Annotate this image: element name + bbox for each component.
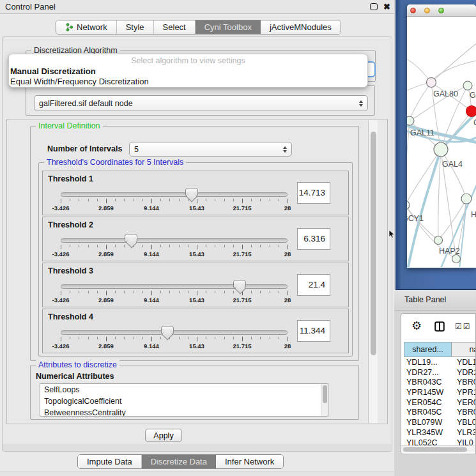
tick-mark [134, 337, 134, 339]
table-row[interactable]: YBL079WYBL0 [404, 418, 476, 428]
scrollbar-thumb[interactable] [403, 447, 467, 452]
network-edge[interactable] [408, 150, 441, 267]
minimize-traffic-light-icon[interactable] [424, 8, 430, 13]
settings-gear-icon[interactable]: ⚙ [411, 319, 422, 333]
threshold-value-field[interactable]: 11.344 [297, 320, 330, 342]
slider-thumb[interactable] [185, 188, 198, 196]
network-node-gal11[interactable] [407, 116, 414, 125]
column-checkbox-icons[interactable]: ☑☑ [455, 322, 472, 331]
tab-infer-network[interactable]: Infer Network [216, 455, 283, 468]
network-window-titlebar[interactable] [407, 4, 476, 17]
slider-thumb[interactable] [161, 326, 174, 334]
network-canvas[interactable]: GAL80GACGAL11GAL4GCY1HHAP2 [407, 17, 476, 267]
columns-icon[interactable] [434, 321, 445, 334]
group-label: Interval Definition [36, 121, 103, 130]
close-traffic-light-icon[interactable] [410, 8, 416, 13]
cell-name: YER0 [452, 398, 476, 408]
list-item-betweennesscentrality[interactable]: BetweennessCentrality [40, 407, 328, 417]
list-scrollbar[interactable] [321, 384, 328, 416]
network-edge[interactable] [441, 150, 466, 199]
tick-mark [151, 199, 152, 203]
tick-mark [97, 291, 98, 293]
algorithm-option-manual-discretization[interactable]: Manual Discretization [9, 66, 367, 77]
tab-network[interactable]: Network [56, 20, 117, 34]
tick-mark [142, 199, 143, 201]
network-edge[interactable] [431, 41, 476, 82]
table-data-combobox[interactable]: galFiltered.sif default node [34, 95, 368, 111]
network-node-c[interactable] [466, 106, 476, 117]
network-node-gal80[interactable] [427, 78, 436, 88]
scrollbar-thumb[interactable] [323, 385, 327, 403]
tick-mark [134, 199, 134, 201]
tick-mark [115, 291, 116, 293]
slider-track[interactable] [61, 192, 288, 197]
network-edge[interactable] [431, 60, 476, 82]
scale-label: 21.715 [233, 204, 251, 211]
table-row[interactable]: YER054CYER0 [404, 398, 476, 408]
numerical-attributes-list[interactable]: SelfLoopsTopologicalCoefficientBetweenne… [40, 383, 328, 417]
network-edge[interactable] [407, 121, 410, 205]
tick-mark [279, 291, 279, 293]
threshold-value-field[interactable]: 6.316 [297, 228, 330, 250]
network-node-gcy1[interactable] [407, 201, 410, 210]
tick-mark [288, 245, 288, 249]
tick-mark [142, 291, 143, 293]
threshold-value-field[interactable]: 14.713 [297, 182, 330, 204]
network-edge[interactable] [438, 150, 441, 240]
table-row[interactable]: YDR27...YDR2 [404, 368, 476, 378]
tab-style[interactable]: Style [117, 20, 154, 34]
tab-select[interactable]: Select [154, 20, 196, 34]
float-icon[interactable] [370, 3, 378, 10]
threshold-value-field[interactable]: 21.4 [297, 274, 330, 296]
scrollbar-thumb[interactable] [371, 132, 376, 355]
tick-mark [142, 337, 143, 339]
network-node-hap2[interactable] [434, 236, 443, 245]
tab-cyni-toolbox[interactable]: Cyni Toolbox [196, 20, 261, 34]
tick-mark [160, 337, 161, 339]
table-row[interactable]: YBR045CYBR0 [404, 408, 476, 418]
node-label: GCY1 [407, 214, 424, 223]
tick-mark [151, 245, 152, 249]
table-row[interactable]: YPR145WYPR1 [404, 388, 476, 398]
slider-thumb[interactable] [125, 234, 137, 242]
table-row[interactable]: YBR043CYBR0 [404, 378, 476, 388]
scale-label: -3.426 [52, 342, 70, 349]
table-hscrollbar[interactable] [401, 445, 476, 452]
threshold-panel-threshold-2: Threshold 2-3.4262.8599.14415.4321.71528… [42, 217, 349, 261]
column-header-na[interactable]: na [452, 342, 476, 357]
close-icon[interactable]: ✖ [383, 1, 390, 13]
tab-discretize-data[interactable]: Discretize Data [142, 455, 216, 468]
table-row[interactable]: YDL19...YDL1 [404, 358, 476, 368]
apply-button[interactable]: Apply [145, 429, 182, 442]
tick-mark [197, 199, 197, 203]
slider-track[interactable] [61, 330, 288, 335]
list-item-topologicalcoefficient[interactable]: TopologicalCoefficient [40, 395, 328, 407]
network-node-h[interactable] [461, 194, 472, 204]
slider-track[interactable] [61, 284, 288, 289]
tab-label: Impute Data [87, 457, 132, 466]
num-intervals-value: 5 [134, 145, 139, 154]
control-panel-titlebar[interactable]: Control Panel ✖ [0, 0, 394, 14]
network-edge[interactable] [407, 150, 441, 205]
tick-mark [97, 245, 98, 247]
scale-label: 28 [284, 250, 291, 257]
list-item-selfloops[interactable]: SelfLoops [40, 384, 328, 395]
network-edge[interactable] [407, 58, 431, 82]
tick-mark [197, 337, 197, 341]
algorithm-option-equal-width-frequency-discretization[interactable]: Equal Width/Frequency Discretization [9, 77, 367, 87]
num-intervals-combobox[interactable]: 5 [129, 142, 292, 157]
column-header-shared-[interactable]: shared... [404, 342, 452, 357]
panel-scrollbar[interactable] [368, 120, 378, 423]
tick-mark [106, 337, 107, 341]
tick-mark [233, 245, 234, 247]
slider-thumb[interactable] [233, 280, 246, 288]
table-panel-titlebar[interactable]: Table Panel [394, 290, 476, 311]
zoom-traffic-light-icon[interactable] [438, 8, 444, 13]
network-node-ga[interactable] [463, 81, 472, 90]
table-row[interactable]: YLR345WYLR3 [404, 428, 476, 438]
tab-impute-data[interactable]: Impute Data [78, 455, 142, 468]
slider-track[interactable] [61, 238, 288, 243]
tab-jactivemnodules[interactable]: jActiveMNodules [261, 20, 341, 34]
network-node-gal4[interactable] [434, 142, 448, 157]
network-node[interactable] [452, 255, 461, 263]
